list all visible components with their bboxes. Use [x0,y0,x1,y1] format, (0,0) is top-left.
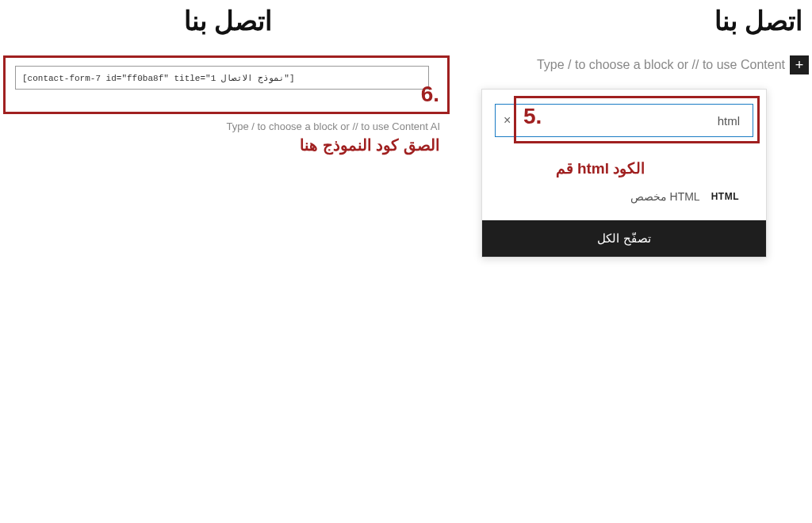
block-hint-left: Type / to choose a block or // to use Co… [3,120,450,132]
step-number-6: 6. [421,82,439,107]
annotation-paste-here: الصق كود النموذج هنا [3,136,450,155]
page-title-right: اتصل بنا [459,5,812,36]
browse-all-button[interactable]: تصفّح الكل [482,220,766,257]
block-option-label: HTML مخصص [630,190,700,203]
code-block-highlight: 6. [3,55,450,114]
right-editor-panel: اتصل بنا Type / to choose a block or // … [459,0,812,258]
block-area-left: 6. Type / to choose a block or // to use… [3,55,450,155]
page-title-left: اتصل بنا [0,5,456,36]
block-inserter-line: Type / to choose a block or // to use Co… [459,55,812,74]
block-option-custom-html[interactable]: HTML مخصص HTML [495,184,753,216]
plus-icon: + [795,58,804,72]
left-editor-panel: اتصل بنا 6. Type / to choose a block or … [0,0,456,155]
html-code-input[interactable] [15,66,429,90]
block-hint-right: Type / to choose a block or // to use Co… [537,58,785,72]
step-number-5: 5. [523,104,542,129]
annotation-html-code: قم html الكود [495,159,753,178]
popup-search-area: × html 5. قم html الكود HTML مخصص HTML [482,90,766,220]
html-icon: HTML [711,191,739,202]
close-icon[interactable]: × [504,113,511,128]
block-search-input[interactable]: html [511,114,745,128]
block-inserter-popup: × html 5. قم html الكود HTML مخصص HTML ت… [481,89,767,258]
add-block-button[interactable]: + [790,55,809,74]
